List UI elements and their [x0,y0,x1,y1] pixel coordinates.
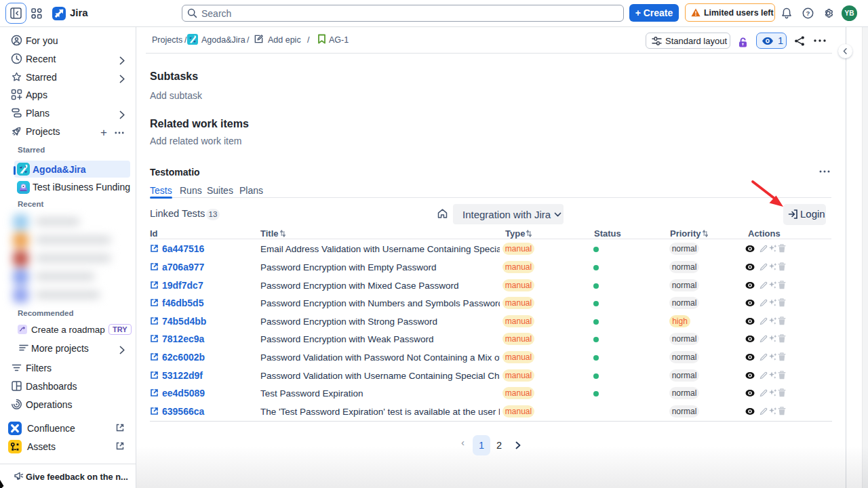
svg-text:?: ? [806,9,810,17]
